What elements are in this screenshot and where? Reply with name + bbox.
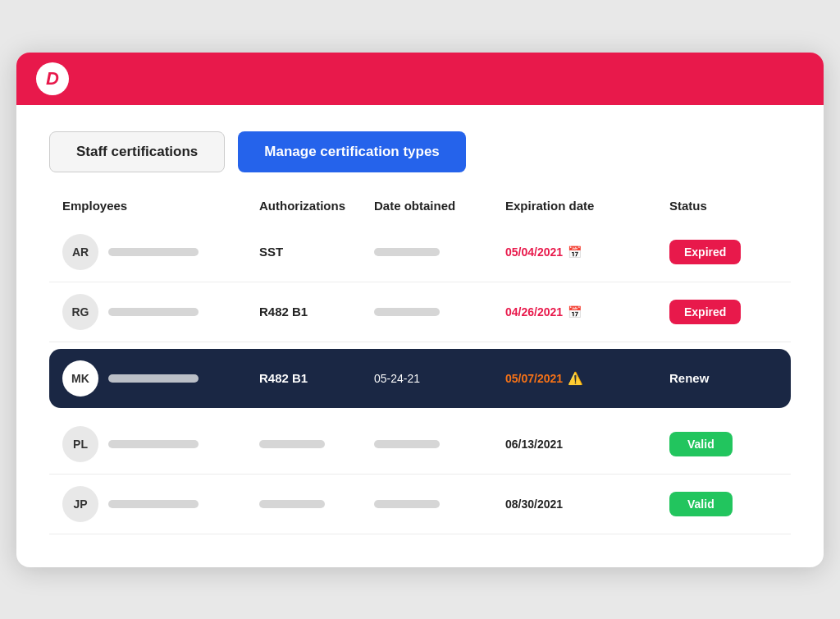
expiry-date-pl: 06/13/2021 bbox=[505, 437, 669, 452]
status-badge-rg: Expired bbox=[669, 300, 768, 324]
employee-cell-pl: PL bbox=[62, 426, 259, 462]
employee-name-bar-jp bbox=[108, 500, 199, 508]
status-badge-mk: Renew bbox=[669, 371, 768, 386]
col-header-expiration-date: Expiration date bbox=[505, 199, 669, 213]
authorization-jp bbox=[259, 500, 374, 508]
col-header-status: Status bbox=[669, 199, 768, 213]
date-obtained-pl bbox=[374, 440, 505, 448]
status-badge-jp: Valid bbox=[669, 492, 768, 516]
expiry-date-jp: 08/30/2021 bbox=[505, 497, 669, 511]
employee-name-bar-pl bbox=[108, 440, 199, 448]
table-row-highlighted: MK R482 B1 05-24-21 05/07/2021 ⚠️ Renew bbox=[49, 349, 791, 408]
date-obtained-ar bbox=[374, 248, 505, 256]
topbar: D bbox=[16, 53, 824, 105]
avatar-jp: JP bbox=[62, 486, 98, 522]
calendar-icon-ar: 📅 bbox=[568, 245, 582, 259]
tab-row: Staff certifications Manage certificatio… bbox=[49, 131, 791, 172]
avatar-mk: MK bbox=[62, 360, 98, 397]
tab-staff-certifications[interactable]: Staff certifications bbox=[49, 131, 225, 172]
expiry-date-ar: 05/04/2021 📅 bbox=[505, 245, 669, 259]
table-row: PL 06/13/2021 Valid bbox=[49, 415, 791, 475]
col-header-employees: Employees bbox=[62, 199, 259, 213]
table-row: JP 08/30/2021 Valid bbox=[49, 475, 791, 534]
authorization-pl bbox=[259, 440, 374, 448]
employee-cell-rg: RG bbox=[62, 294, 259, 330]
avatar-pl: PL bbox=[62, 426, 98, 462]
status-badge-pl: Valid bbox=[669, 432, 768, 456]
avatar-rg: RG bbox=[62, 294, 98, 330]
authorization-ar: SST bbox=[259, 245, 374, 259]
main-window: D Staff certifications Manage certificat… bbox=[16, 53, 824, 567]
date-obtained-rg bbox=[374, 308, 505, 316]
expiry-date-mk: 05/07/2021 ⚠️ bbox=[505, 371, 669, 386]
authorization-mk: R482 B1 bbox=[259, 371, 374, 386]
employee-name-bar-rg bbox=[108, 308, 199, 316]
tab-manage-certification-types[interactable]: Manage certification types bbox=[238, 131, 466, 172]
avatar-ar: AR bbox=[62, 234, 98, 270]
calendar-icon-rg: 📅 bbox=[568, 305, 582, 319]
warning-icon-mk: ⚠️ bbox=[568, 371, 583, 386]
content-area: Staff certifications Manage certificatio… bbox=[16, 105, 824, 567]
col-header-authorizations: Authorizations bbox=[259, 199, 374, 213]
employee-cell-mk: MK bbox=[62, 360, 259, 397]
employee-name-bar-mk bbox=[108, 374, 199, 383]
table-row: RG R482 B1 04/26/2021 📅 Expired bbox=[49, 282, 791, 342]
table-row: AR SST 05/04/2021 📅 Expired bbox=[49, 222, 791, 282]
date-obtained-mk: 05-24-21 bbox=[374, 371, 505, 386]
authorization-rg: R482 B1 bbox=[259, 305, 374, 319]
app-logo: D bbox=[36, 62, 69, 95]
employee-name-bar-ar bbox=[108, 248, 199, 256]
table-header: Employees Authorizations Date obtained E… bbox=[49, 199, 791, 219]
col-header-date-obtained: Date obtained bbox=[374, 199, 505, 213]
employee-cell-jp: JP bbox=[62, 486, 259, 522]
employee-cell-ar: AR bbox=[62, 234, 259, 270]
status-badge-ar: Expired bbox=[669, 240, 768, 264]
date-obtained-jp bbox=[374, 500, 505, 508]
expiry-date-rg: 04/26/2021 📅 bbox=[505, 305, 669, 319]
